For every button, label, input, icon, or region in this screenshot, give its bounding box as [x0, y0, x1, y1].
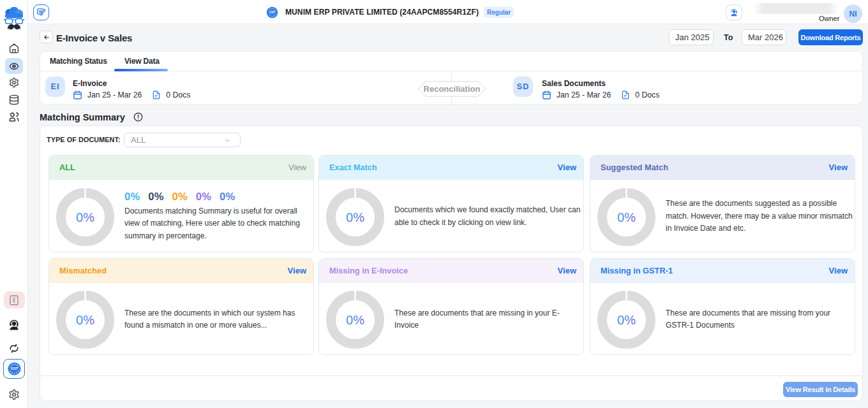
svg-text:0%: 0% [617, 312, 636, 326]
svg-text:GST: GST [10, 367, 18, 370]
svg-text:0%: 0% [76, 312, 94, 326]
svg-text:0%: 0% [617, 210, 636, 224]
svg-text:0%: 0% [76, 210, 94, 224]
svg-text:GST: GST [269, 11, 275, 14]
svg-text:0%: 0% [346, 210, 364, 224]
svg-text:0%: 0% [346, 312, 364, 326]
